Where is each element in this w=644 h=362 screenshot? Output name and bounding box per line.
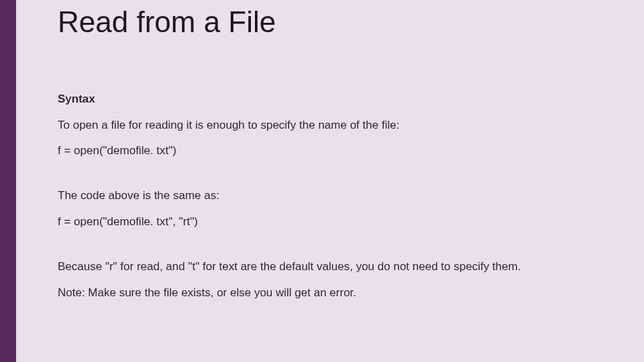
code-example-1: f = open("demofile. txt"): [58, 144, 597, 158]
explanation-line: Because "r" for read, and "t" for text a…: [58, 259, 597, 274]
note-line: Note: Make sure the file exists, or else…: [58, 286, 597, 300]
code-example-2: f = open("demofile. txt", "rt"): [58, 215, 597, 229]
accent-sidebar: [0, 0, 16, 362]
same-as-line: The code above is the same as:: [58, 188, 597, 202]
spacer: [58, 241, 597, 259]
syntax-subheading: Syntax: [58, 93, 597, 106]
slide-content: Read from a File Syntax To open a file f…: [16, 0, 644, 362]
intro-line: To open a file for reading it is enough …: [58, 118, 597, 132]
spacer: [58, 170, 597, 188]
slide-title: Read from a File: [58, 5, 597, 39]
